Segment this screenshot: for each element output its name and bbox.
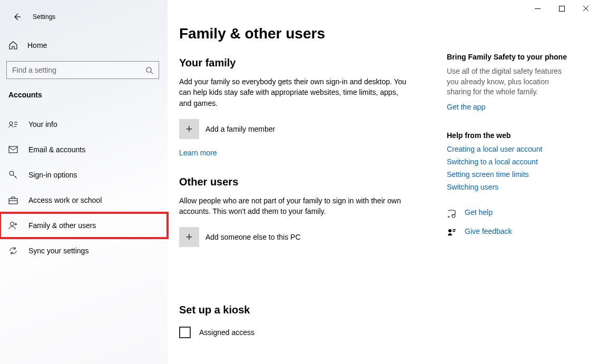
help-web-title: Help from the web [447, 131, 573, 140]
feedback-link[interactable]: Give feedback [465, 227, 512, 235]
assigned-access-button[interactable]: Assigned access [179, 327, 431, 338]
help-icon [447, 209, 456, 219]
other-users-desc: Allow people who are not part of your fa… [179, 195, 411, 217]
sidebar-item-label: Access work or school [28, 196, 102, 204]
help-link[interactable]: Setting screen time limits [447, 170, 573, 179]
svg-point-5 [11, 222, 14, 226]
svg-point-3 [9, 171, 14, 175]
plus-icon: + [179, 227, 199, 247]
search-input[interactable] [12, 66, 145, 74]
learn-more-link[interactable]: Learn more [179, 149, 217, 157]
get-help-row[interactable]: Get help [447, 208, 573, 220]
person-card-icon [8, 121, 18, 128]
sidebar-item-family-users[interactable]: Family & other users [0, 213, 168, 238]
sidebar-section: Accounts [0, 79, 168, 103]
sidebar-item-label: Family & other users [28, 221, 96, 230]
svg-rect-6 [559, 6, 564, 11]
sync-icon [8, 246, 18, 255]
assigned-access-icon [179, 327, 191, 338]
app-title: Settings [33, 13, 55, 21]
sidebar-item-label: Sign-in options [28, 171, 77, 179]
maximize-button[interactable] [550, 0, 574, 17]
window-controls [525, 0, 598, 17]
promo-desc: Use all of the digital safety features y… [447, 66, 573, 97]
svg-rect-4 [9, 199, 17, 204]
plus-icon: + [179, 119, 199, 139]
right-rail: Bring Family Safety to your phone Use al… [447, 0, 584, 364]
person-add-icon [8, 221, 18, 230]
minimize-button[interactable] [525, 0, 550, 17]
mail-icon [8, 146, 18, 153]
kiosk-heading: Set up a kiosk [179, 304, 431, 316]
help-link[interactable]: Switching to a local account [447, 158, 573, 166]
sidebar-item-work-school[interactable]: Access work or school [0, 188, 168, 213]
help-link[interactable]: Creating a local user account [447, 145, 573, 153]
add-family-member-button[interactable]: + Add a family member [179, 119, 431, 139]
add-other-label: Add someone else to this PC [205, 233, 301, 241]
sidebar-home[interactable]: Home [0, 35, 168, 56]
help-link[interactable]: Switching users [447, 183, 573, 191]
key-icon [8, 170, 18, 180]
add-other-user-button[interactable]: + Add someone else to this PC [179, 227, 431, 247]
sidebar-item-email-accounts[interactable]: Email & accounts [0, 137, 168, 162]
feedback-row[interactable]: Give feedback [447, 227, 573, 239]
sidebar-item-your-info[interactable]: Your info [0, 112, 168, 137]
sidebar-item-signin-options[interactable]: Sign-in options [0, 162, 168, 188]
main-panel: Family & other users Your family Add you… [168, 0, 598, 364]
briefcase-icon [8, 196, 18, 204]
promo-title: Bring Family Safety to your phone [447, 53, 573, 61]
sidebar-home-label: Home [27, 41, 47, 50]
svg-point-1 [9, 122, 13, 125]
back-button[interactable] [13, 13, 21, 21]
feedback-icon [447, 228, 456, 238]
family-desc: Add your family so everybody gets their … [179, 76, 411, 109]
other-users-heading: Other users [179, 176, 431, 188]
family-heading: Your family [179, 57, 431, 69]
svg-rect-2 [9, 146, 17, 153]
home-icon [8, 41, 18, 50]
get-app-link[interactable]: Get the app [447, 103, 485, 111]
get-help-link[interactable]: Get help [465, 208, 493, 217]
page-title: Family & other users [179, 25, 431, 42]
search-box[interactable] [6, 61, 159, 79]
sidebar-item-sync-settings[interactable]: Sync your settings [0, 238, 168, 263]
assigned-access-label: Assigned access [199, 328, 254, 337]
sidebar-item-label: Email & accounts [28, 145, 85, 154]
search-icon [145, 66, 153, 74]
close-button[interactable] [574, 0, 598, 17]
add-family-label: Add a family member [205, 125, 275, 133]
svg-point-8 [448, 229, 452, 232]
sidebar: Settings Home Accounts Your info [0, 0, 168, 364]
sidebar-item-label: Sync your settings [28, 247, 89, 255]
svg-point-0 [146, 67, 151, 72]
sidebar-item-label: Your info [28, 120, 57, 129]
